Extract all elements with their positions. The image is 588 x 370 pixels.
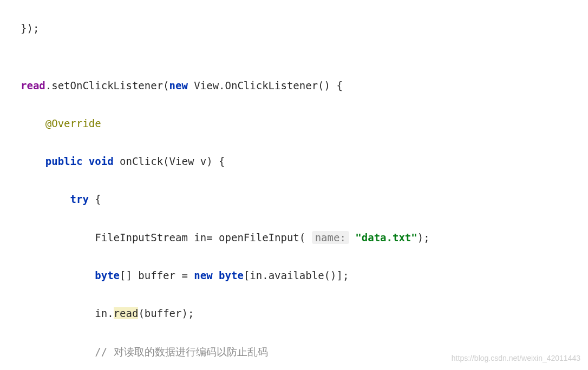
code-line: });	[21, 19, 588, 38]
code-line: public void onClick(View v) {	[21, 152, 588, 171]
param-hint: name:	[312, 231, 349, 244]
code-line: FileInputStream in= openFileInput( name:…	[21, 228, 588, 247]
highlight: read	[114, 307, 139, 319]
code-line: byte[] buffer = new byte[in.available()]…	[21, 266, 588, 285]
code-line: read.setOnClickListener(new View.OnClick…	[21, 76, 588, 95]
code-editor[interactable]: }); read.setOnClickListener(new View.OnC…	[0, 0, 588, 370]
code-line: try {	[21, 190, 588, 209]
code-line: @Override	[21, 114, 588, 133]
code-line: in.read(buffer);	[21, 304, 588, 323]
code-line: // 对读取的数据进行编码以防止乱码	[21, 342, 588, 361]
